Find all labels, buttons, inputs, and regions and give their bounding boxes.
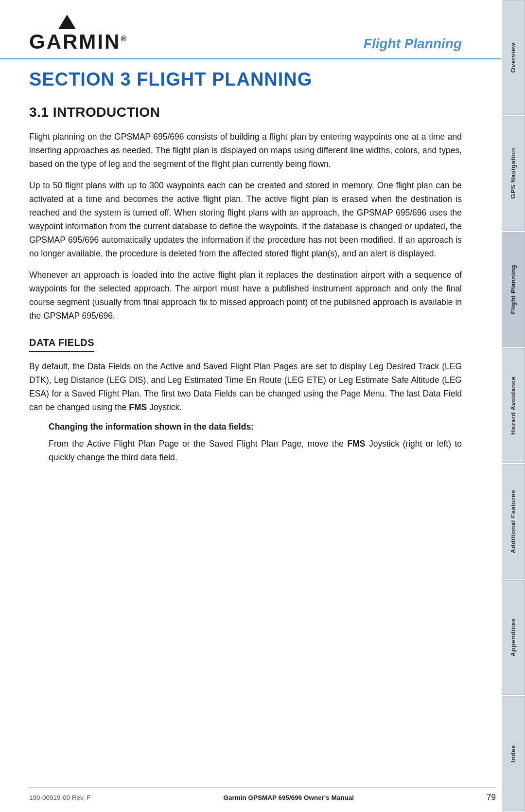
sidebar-tab-flight-planning[interactable]: Flight Planning <box>502 232 525 347</box>
page-number: 79 <box>487 793 496 802</box>
sidebar-tabs: Overview GPS Navigation Flight Planning … <box>502 0 525 812</box>
data-fields-sub-paragraph: From the Active Flight Plan Page or the … <box>49 437 462 464</box>
sidebar-tab-hazard-avoidance[interactable]: Hazard Avoidance <box>502 348 525 463</box>
footer-manual-title: Garmin GPSMAP 695/696 Owner's Manual <box>224 794 354 801</box>
subsection-title: 3.1 INTRODUCTION <box>29 105 462 120</box>
section-title: SECTION 3 FLIGHT PLANNING <box>29 69 462 90</box>
sidebar-tab-index[interactable]: Index <box>502 696 525 811</box>
registered-mark: ® <box>121 35 128 43</box>
garmin-logo: GARMIN® <box>29 15 128 54</box>
data-fields-paragraph: By default, the Data Fields on the Activ… <box>29 360 462 414</box>
page-container: GARMIN® Flight Planning Overview GPS Nav… <box>0 0 525 812</box>
sidebar-tab-gps-navigation[interactable]: GPS Navigation <box>502 116 525 231</box>
page-header: GARMIN® Flight Planning <box>0 0 501 59</box>
footer-part-number: 190-00919-00 Rev. F <box>29 794 91 801</box>
sidebar-tab-appendices[interactable]: Appendices <box>502 580 525 695</box>
sidebar-tab-overview[interactable]: Overview <box>502 0 525 115</box>
header-title: Flight Planning <box>364 36 462 54</box>
page-footer: 190-00919-00 Rev. F Garmin GPSMAP 695/69… <box>29 787 496 802</box>
intro-paragraph-1: Flight planning on the GPSMAP 695/696 co… <box>29 130 462 171</box>
garmin-logo-text: GARMIN® <box>29 30 128 54</box>
logo-name: GARMIN <box>29 30 121 53</box>
garmin-triangle-icon <box>58 15 76 29</box>
intro-paragraph-2: Up to 50 flight plans with up to 300 way… <box>29 179 462 260</box>
data-fields-section: DATA FIELDS By default, the Data Fields … <box>29 337 462 464</box>
data-fields-subheading: Changing the information shown in the da… <box>49 422 462 432</box>
main-content: SECTION 3 FLIGHT PLANNING 3.1 INTRODUCTI… <box>0 59 501 491</box>
data-fields-title: DATA FIELDS <box>29 337 462 360</box>
intro-paragraph-3: Whenever an approach is loaded into the … <box>29 268 462 323</box>
sidebar-tab-additional-features[interactable]: Additional Features <box>502 464 525 579</box>
data-fields-subheading-section: Changing the information shown in the da… <box>49 422 462 464</box>
